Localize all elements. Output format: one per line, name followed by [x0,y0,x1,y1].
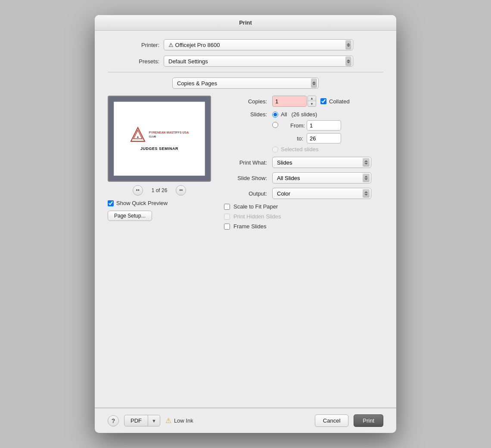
hidden-slides-label: Print Hidden Slides [233,213,281,220]
slide-triangle-wrapper: ▲ [130,127,146,142]
pdf-button[interactable]: PDF [124,415,148,426]
slides-from-radio[interactable] [272,122,278,128]
collated-row: Collated [320,98,350,105]
triangle-icon: ▲ [130,127,146,142]
print-button[interactable]: Print [354,414,383,427]
printer-select[interactable]: ⚠ Officejet Pro 8600 [164,39,353,50]
scale-label: Scale to Fit Paper [233,203,278,210]
output-label: Output: [220,190,267,197]
slides-radio-group: All (26 slides) From: [272,111,341,152]
title-bar: Print [95,15,396,31]
slides-count: (26 slides) [291,111,317,118]
section-select-wrapper: Copies & Pages [172,78,319,89]
collated-checkbox[interactable] [320,98,326,104]
slides-selected-radio[interactable] [272,146,278,152]
presets-select-wrapper: Default Settings [164,56,353,67]
dialog-footer: ? PDF ▼ ⚠ Low Ink Cancel Print [95,408,396,433]
print-what-select[interactable]: Slides [272,157,371,168]
to-label: to: [290,135,303,142]
show-quick-preview-checkbox[interactable] [108,200,114,206]
slides-from-option [272,122,278,128]
slide-show-select[interactable]: All Slides [272,172,371,184]
slides-selected-option: Selected slides [272,146,341,152]
help-button[interactable]: ? [108,415,119,426]
slide-show-select-wrapper: All Slides [272,172,371,184]
slides-all-option: All (26 slides) [272,111,341,118]
slide-preview: ▲ PYRENEAN MASTIFFS USA CLUB JUDGES SEMI… [108,96,211,182]
print-what-select-wrapper: Slides [272,157,371,168]
frame-slides-checkbox[interactable] [224,224,230,230]
presets-row: Presets: Default Settings [108,56,383,67]
print-what-label: Print What: [220,159,267,166]
copies-label: Copies: [220,98,267,105]
slides-all-label: All [281,111,287,118]
print-what-row: Print What: Slides [220,157,383,168]
quick-preview-row: Show Quick Preview [108,200,211,206]
slides-row: Slides: All (26 slides) [220,111,383,152]
copies-increment-button[interactable]: ▲ [308,96,316,101]
dialog-title: Print [239,19,252,26]
copies-decrement-button[interactable]: ▼ [308,101,316,106]
collated-label: Collated [329,98,350,105]
slide-show-label: Slide Show: [220,175,267,181]
scale-row: Scale to Fit Paper [224,203,383,210]
to-row: to: [290,133,341,143]
page-setup-button[interactable]: Page Setup... [108,211,152,221]
output-row: Output: Color [220,188,383,199]
settings-area: Copies: ▲ ▼ Collated Slides: [220,96,383,233]
pdf-dropdown-button[interactable]: ▼ [148,415,160,426]
cancel-button[interactable]: Cancel [315,414,348,427]
preview-area: ▲ PYRENEAN MASTIFFS USA CLUB JUDGES SEMI… [108,96,211,221]
slide-title: JUDGES SEMINAR [140,146,178,151]
presets-select[interactable]: Default Settings [164,56,353,67]
output-select[interactable]: Color [272,188,371,199]
pdf-btn-group: PDF ▼ [124,415,160,426]
hidden-slides-row: Print Hidden Slides [224,213,383,220]
low-ink-label: Low Ink [174,417,193,424]
section-select[interactable]: Copies & Pages [172,78,319,89]
hidden-slides-checkbox[interactable] [224,214,230,220]
scale-checkbox[interactable] [224,204,230,210]
next-page-button[interactable]: •• [176,185,186,196]
nav-controls: •• 1 of 26 •• [108,185,211,196]
copies-row: Copies: ▲ ▼ Collated [220,96,383,107]
slide-inner: ▲ PYRENEAN MASTIFFS USA CLUB JUDGES SEMI… [114,102,205,176]
section-divider [108,72,383,72]
warning-icon: ⚠ [165,417,171,425]
copies-stepper: ▲ ▼ [308,96,316,107]
slide-show-row: Slide Show: All Slides [220,172,383,184]
printer-label: Printer: [108,42,159,48]
show-quick-preview-label[interactable]: Show Quick Preview [108,200,168,206]
printer-select-wrapper: ⚠ Officejet Pro 8600 [164,39,353,50]
prev-page-button[interactable]: •• [133,185,143,196]
section-dropdown-row: Copies & Pages [108,78,383,89]
slides-all-radio[interactable] [272,112,278,118]
from-row: From: [290,120,341,131]
slides-from-group: From: to: [272,120,341,143]
main-content: ▲ PYRENEAN MASTIFFS USA CLUB JUDGES SEMI… [108,96,383,233]
svg-text:▲: ▲ [136,135,140,139]
from-label: From: [290,122,303,129]
slide-logo-area: ▲ PYRENEAN MASTIFFS USA CLUB [130,127,189,142]
page-indicator: 1 of 26 [152,187,168,193]
slides-label: Slides: [220,111,267,118]
frame-slides-row: Frame Slides [224,223,383,230]
warning-area: ⚠ Low Ink [165,417,193,425]
printer-row: Printer: ⚠ Officejet Pro 8600 [108,39,383,50]
frame-slides-label: Frame Slides [233,223,267,230]
from-to-area: From: to: [290,120,341,143]
to-input[interactable] [307,133,341,143]
copies-input[interactable] [272,96,307,107]
slide-logo-text: PYRENEAN MASTIFFS USA CLUB [149,131,189,139]
from-input[interactable] [307,120,341,131]
presets-label: Presets: [108,58,159,65]
output-select-wrapper: Color [272,188,371,199]
slides-selected-label: Selected slides [281,146,318,152]
